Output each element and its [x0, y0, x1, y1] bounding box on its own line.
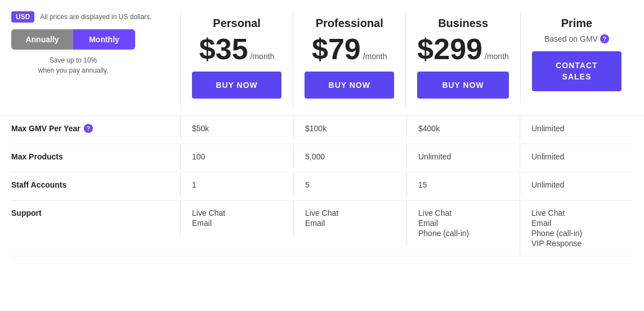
- plan-prime-cta[interactable]: CONTACTSALES: [532, 51, 621, 91]
- plan-business-cta[interactable]: BUY NOW: [417, 72, 509, 99]
- plan-professional-name: Professional: [316, 17, 383, 30]
- feature-products-personal: 100: [180, 144, 293, 169]
- save-text: Save up to 10% when you pay annually.: [11, 55, 135, 75]
- plan-professional-period: /month: [363, 52, 387, 61]
- gmv-help-icon[interactable]: ?: [600, 34, 609, 43]
- feature-label-staff: Staff Accounts: [11, 172, 180, 197]
- plan-personal-price: $35: [199, 34, 248, 64]
- feature-row-staff: Staff Accounts 1 5 15 Unlimited: [11, 172, 633, 201]
- plan-prime-gmv: Based on GMV ?: [544, 34, 609, 43]
- feature-label-products: Max Products: [11, 144, 180, 169]
- pricing-header: USD All prices are displayed in US dolla…: [0, 0, 644, 116]
- feature-support-professional: Live Chat Email: [293, 201, 406, 236]
- plan-personal-price-row: $35 /month: [199, 34, 275, 64]
- feature-staff-prime: Unlimited: [520, 172, 633, 197]
- feature-staff-business: 15: [406, 172, 520, 197]
- feature-gmv-prime: Unlimited: [520, 116, 633, 141]
- feature-products-prime: Unlimited: [520, 144, 633, 169]
- gmv-label-help-icon[interactable]: ?: [84, 124, 93, 133]
- plan-professional-cta[interactable]: BUY NOW: [305, 72, 394, 99]
- plan-personal-cta[interactable]: BUY NOW: [192, 72, 281, 99]
- feature-staff-professional: 5: [293, 172, 406, 197]
- plan-professional-price-row: $79 /month: [312, 34, 387, 64]
- currency-label: All prices are displayed in US dollars.: [40, 13, 151, 21]
- plan-prime-name: Prime: [561, 17, 593, 30]
- plan-prime: Prime Based on GMV ? CONTACTSALES: [520, 11, 633, 103]
- plan-personal: Personal $35 /month BUY NOW: [180, 11, 293, 110]
- plan-personal-name: Personal: [213, 17, 260, 30]
- plan-business-price-row: $299 /month: [417, 34, 509, 64]
- plan-business-period: /month: [485, 52, 509, 61]
- feature-products-business: Unlimited: [406, 144, 520, 169]
- plan-business-name: Business: [438, 17, 488, 30]
- plan-personal-period: /month: [251, 52, 275, 61]
- feature-products-professional: 5,000: [293, 144, 406, 169]
- feature-label-gmv: Max GMV Per Year ?: [11, 116, 180, 141]
- plan-professional: Professional $79 /month BUY NOW: [293, 11, 405, 110]
- feature-row-gmv: Max GMV Per Year ? $50k $100k $400k Unli…: [11, 116, 633, 144]
- feature-support-business: Live Chat Email Phone (call-in): [406, 201, 520, 246]
- feature-gmv-personal: $50k: [180, 116, 293, 141]
- feature-gmv-professional: $100k: [293, 116, 406, 141]
- feature-support-personal: Live Chat Email: [180, 201, 293, 236]
- feature-row-support: Support Live Chat Email Live Chat Email …: [11, 201, 633, 256]
- billing-toggle: Annually Monthly: [11, 29, 135, 50]
- feature-staff-personal: 1: [180, 172, 293, 197]
- feature-gmv-business: $400k: [406, 116, 520, 141]
- monthly-toggle[interactable]: Monthly: [73, 29, 135, 50]
- currency-badge: USD: [11, 11, 34, 23]
- plan-business-price: $299: [417, 34, 482, 64]
- features-section: Max GMV Per Year ? $50k $100k $400k Unli…: [0, 116, 644, 256]
- feature-support-prime: Live Chat Email Phone (call-in) VIP Resp…: [520, 201, 633, 256]
- feature-label-support: Support: [11, 201, 180, 225]
- plan-business: Business $299 /month BUY NOW: [405, 11, 520, 110]
- pricing-page: USD All prices are displayed in US dolla…: [0, 0, 644, 256]
- plan-professional-price: $79: [312, 34, 361, 64]
- currency-row: USD All prices are displayed in US dolla…: [11, 11, 180, 23]
- feature-row-products: Max Products 100 5,000 Unlimited Unlimit…: [11, 144, 633, 172]
- annually-toggle[interactable]: Annually: [11, 29, 73, 50]
- billing-controls: USD All prices are displayed in US dolla…: [11, 11, 180, 75]
